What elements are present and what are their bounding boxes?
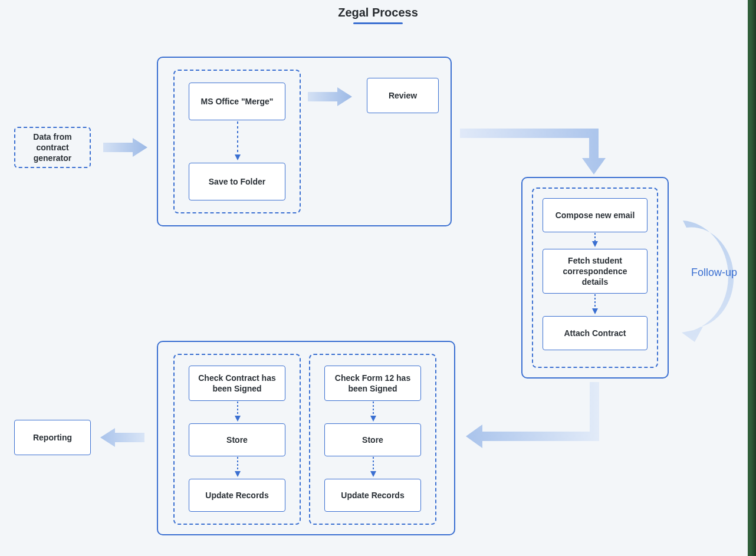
right-edge-strip — [748, 0, 756, 556]
arrow-data-to-stage1 — [103, 138, 147, 157]
review-label: Review — [389, 90, 417, 101]
attach-contract-box: Attach Contract — [543, 316, 647, 350]
svg-marker-13 — [235, 471, 241, 477]
attach-contract-label: Attach Contract — [564, 328, 626, 338]
check-form12-box: Check Form 12 has been Signed — [324, 366, 421, 401]
data-input-box: Data from contract generator — [14, 127, 91, 168]
data-input-label: Data from contract generator — [21, 131, 84, 164]
check-form12-label: Check Form 12 has been Signed — [331, 373, 415, 394]
svg-marker-9 — [466, 382, 599, 448]
arrow-merge-to-save — [234, 121, 241, 162]
arrow-fetch-to-attach — [591, 294, 599, 315]
save-to-folder-label: Save to Folder — [209, 176, 265, 187]
arrow-c1-check-to-store — [234, 402, 241, 423]
svg-marker-4 — [460, 129, 606, 175]
arrow-compose-to-fetch — [591, 233, 599, 248]
svg-marker-0 — [103, 138, 147, 157]
svg-marker-15 — [370, 416, 376, 422]
save-to-folder-box: Save to Folder — [189, 163, 285, 200]
svg-marker-6 — [592, 241, 598, 247]
reporting-label: Reporting — [33, 432, 72, 443]
arrow-dashed-to-review — [308, 87, 352, 106]
svg-marker-17 — [370, 471, 376, 477]
update-c1-label: Update Records — [205, 490, 268, 501]
followup-label: Follow-up — [691, 267, 737, 279]
arrow-c2-check-to-store — [370, 402, 377, 423]
update-c2-label: Update Records — [341, 490, 404, 501]
check-contract-box: Check Contract has been Signed — [189, 366, 285, 401]
reporting-box: Reporting — [14, 420, 91, 455]
svg-marker-2 — [235, 154, 241, 160]
svg-marker-11 — [235, 416, 241, 422]
title-underline — [353, 22, 403, 24]
arrow-stage1-to-stage2 — [460, 129, 613, 176]
store-c1-box: Store — [189, 423, 285, 456]
fetch-details-box: Fetch student correspondence details — [543, 249, 647, 294]
store-c2-box: Store — [324, 423, 421, 456]
review-box: Review — [367, 78, 439, 113]
update-c2-box: Update Records — [324, 479, 421, 512]
svg-marker-8 — [592, 308, 598, 314]
ms-office-merge-box: MS Office "Merge" — [189, 83, 285, 120]
compose-email-label: Compose new email — [556, 210, 635, 221]
fetch-details-label: Fetch student correspondence details — [549, 255, 641, 288]
store-c2-label: Store — [362, 435, 383, 445]
check-contract-label: Check Contract has been Signed — [195, 373, 279, 394]
compose-email-box: Compose new email — [543, 198, 647, 232]
svg-marker-3 — [308, 87, 352, 106]
diagram-title: Zegal Process — [338, 6, 418, 19]
svg-marker-18 — [100, 428, 144, 447]
update-c1-box: Update Records — [189, 479, 285, 512]
arrow-stage3-to-reporting — [100, 428, 144, 447]
arrow-c1-store-to-update — [234, 457, 241, 478]
arrow-c2-store-to-update — [370, 457, 377, 478]
arrow-stage2-to-stage3 — [466, 382, 607, 450]
ms-office-merge-label: MS Office "Merge" — [201, 96, 274, 107]
store-c1-label: Store — [226, 435, 248, 445]
